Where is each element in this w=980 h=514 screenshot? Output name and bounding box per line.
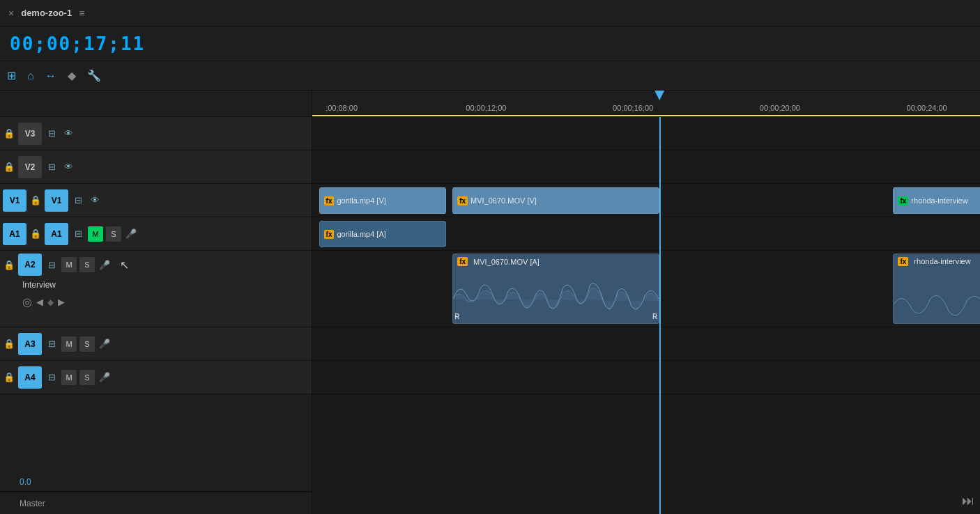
a2-knob-icon[interactable]: ◎ xyxy=(22,295,32,309)
a2-track-name: Interview xyxy=(22,280,56,290)
gorilla-a-fx-badge: fx xyxy=(324,230,335,239)
a4-record-icon[interactable]: 🎤 xyxy=(98,372,112,382)
clip-mvi-v[interactable]: fx MVI_0670.MOV [V] xyxy=(452,187,659,214)
track-lane-v2 xyxy=(312,150,980,184)
cursor-indicator: ↖ xyxy=(120,258,129,272)
track-headers: 🔒 V3 ⊟ 👁 🔒 V2 ⊟ 👁 V1 🔒 V1 ⊟ 👁 A1 🔒 A1 ⊟ … xyxy=(0,91,312,514)
toolbar: ⊞ ⌂ ↔ ◆ 🔧 xyxy=(0,61,980,91)
track-header-a1: A1 🔒 A1 ⊟ M S 🎤 xyxy=(0,217,312,251)
a3-label[interactable]: A3 xyxy=(18,333,42,355)
gorilla-v-fx-badge: fx xyxy=(324,196,335,205)
tracks-container: fx gorilla.mp4 [V] fx MVI_0670.MOV [V] f… xyxy=(312,117,980,514)
timecode-area: 00;00;17;11 xyxy=(0,26,980,61)
track-header-a3: 🔒 A3 ⊟ M S 🎤 xyxy=(0,327,312,361)
a2-keyframe-icon: ◆ xyxy=(47,297,54,307)
a3-s-button[interactable]: S xyxy=(79,336,95,352)
mvi-a-fx-badge: fx xyxy=(457,257,468,266)
rhonda-a-waveform xyxy=(894,285,980,323)
master-label: Master xyxy=(20,499,45,508)
clip-mvi-a[interactable]: fx MVI_0670.MOV [A] R R xyxy=(452,254,659,324)
a2-label[interactable]: A2 xyxy=(18,254,42,276)
track-header-a2: 🔒 A2 ⊟ M S 🎤 ↖ Interview ◎ ◀ ◆ ▶ xyxy=(0,251,312,327)
a2-record-icon[interactable]: 🎤 xyxy=(98,260,112,270)
v2-fit-icon[interactable]: ⊟ xyxy=(45,162,59,172)
v3-label[interactable]: V3 xyxy=(18,123,42,145)
v2-lock-icon[interactable]: 🔒 xyxy=(3,162,15,172)
volume-value: 0.0 xyxy=(0,477,31,487)
main-layout: 🔒 V3 ⊟ 👁 🔒 V2 ⊟ 👁 V1 🔒 V1 ⊟ 👁 A1 🔒 A1 ⊟ … xyxy=(0,91,980,514)
a4-label[interactable]: A4 xyxy=(18,366,42,389)
ripple-tool-icon[interactable]: ⌂ xyxy=(27,70,34,82)
a1-m-button[interactable]: M xyxy=(88,226,103,242)
wrench-tool-icon[interactable]: 🔧 xyxy=(87,69,101,82)
marker-tool-icon[interactable]: ◆ xyxy=(68,69,76,82)
track-lane-v1: fx gorilla.mp4 [V] fx MVI_0670.MOV [V] f… xyxy=(312,184,980,217)
v3-fit-icon[interactable]: ⊟ xyxy=(45,128,59,139)
a3-lock-icon[interactable]: 🔒 xyxy=(3,338,15,349)
rhonda-v-label: rhonda-interview xyxy=(911,196,967,205)
mvi-a-label: MVI_0670.MOV [A] xyxy=(473,258,539,266)
track-lane-a1: fx gorilla.mp4 [A] xyxy=(312,217,980,251)
mvi-v-label: MVI_0670.MOV [V] xyxy=(470,196,537,205)
ruler-label-8: ;00;08;00 xyxy=(326,104,358,112)
clip-rhonda-a[interactable]: fx rhonda-interview xyxy=(893,254,980,324)
track-lane-a2: fx MVI_0670.MOV [A] R R fx rhonda-interv… xyxy=(312,251,980,327)
track-lane-a3 xyxy=(312,327,980,361)
timeline-ruler: ;00;08;00 00;00;12;00 00;00;16;00 00;00;… xyxy=(312,91,980,117)
track-lane-a4 xyxy=(312,361,980,394)
a1-lock-icon[interactable]: 🔒 xyxy=(29,228,42,239)
clip-rhonda-v[interactable]: fx rhonda-interview xyxy=(893,187,980,214)
clip-gorilla-a[interactable]: fx gorilla.mp4 [A] xyxy=(319,221,446,247)
r-badge-left: R xyxy=(454,313,459,320)
rhonda-v-fx-badge: fx xyxy=(898,196,908,205)
playhead-top-marker xyxy=(654,91,664,100)
skip-to-end-button[interactable]: ⏭ xyxy=(962,494,974,508)
track-lane-v3 xyxy=(312,117,980,150)
gorilla-a-label: gorilla.mp4 [A] xyxy=(337,230,385,238)
a3-m-button[interactable]: M xyxy=(61,336,77,352)
hamburger-menu-icon[interactable]: ≡ xyxy=(79,8,84,19)
a1-record-icon[interactable]: 🎤 xyxy=(124,228,138,239)
a1-target-label[interactable]: A1 xyxy=(3,223,26,245)
a4-m-button[interactable]: M xyxy=(61,370,77,385)
a2-lock-icon[interactable]: 🔒 xyxy=(3,260,15,270)
ruler-label-16: 00;00;16;00 xyxy=(613,104,653,112)
a2-m-button[interactable]: M xyxy=(61,257,77,272)
v3-eye-icon[interactable]: 👁 xyxy=(61,128,75,139)
a2-right-arrow[interactable]: ▶ xyxy=(58,297,65,307)
project-title: demo-zoo-1 xyxy=(21,8,72,18)
gorilla-v-label: gorilla.mp4 [V] xyxy=(337,196,385,205)
v1-label[interactable]: V1 xyxy=(45,189,68,212)
a3-record-icon[interactable]: 🎤 xyxy=(98,338,112,349)
clip-gorilla-v[interactable]: fx gorilla.mp4 [V] xyxy=(319,187,446,214)
snap-tool-icon[interactable]: ⊞ xyxy=(7,69,16,82)
v3-lock-icon[interactable]: 🔒 xyxy=(3,128,15,139)
rhonda-a-label: rhonda-interview xyxy=(914,257,970,265)
top-bar: × demo-zoo-1 ≡ xyxy=(0,0,980,26)
a4-s-button[interactable]: S xyxy=(79,370,95,385)
a1-label[interactable]: A1 xyxy=(45,223,68,245)
v1-fit-icon[interactable]: ⊟ xyxy=(71,195,85,205)
timecode-display: 00;00;17;11 xyxy=(10,33,145,54)
a2-fit-icon[interactable]: ⊟ xyxy=(45,260,59,270)
a4-fit-icon[interactable]: ⊟ xyxy=(45,372,59,382)
timeline-area: ;00;08;00 00;00;12;00 00;00;16;00 00;00;… xyxy=(312,91,980,514)
a2-s-button[interactable]: S xyxy=(79,257,95,272)
v2-eye-icon[interactable]: 👁 xyxy=(61,162,75,172)
a4-lock-icon[interactable]: 🔒 xyxy=(3,372,15,382)
track-header-v3: 🔒 V3 ⊟ 👁 xyxy=(0,117,312,150)
v1-target-label[interactable]: V1 xyxy=(3,189,26,212)
ruler-label-24: 00;00;24;00 xyxy=(907,104,947,112)
track-header-v2: 🔒 V2 ⊟ 👁 xyxy=(0,150,312,184)
v2-label[interactable]: V2 xyxy=(18,156,42,178)
a3-fit-icon[interactable]: ⊟ xyxy=(45,338,59,349)
slip-tool-icon[interactable]: ↔ xyxy=(45,70,56,82)
close-button[interactable]: × xyxy=(8,8,14,19)
v1-lock-icon[interactable]: 🔒 xyxy=(29,195,42,205)
a1-s-button[interactable]: S xyxy=(106,226,121,242)
ruler-label-20: 00;00;20;00 xyxy=(760,104,800,112)
a1-fit-icon[interactable]: ⊟ xyxy=(71,228,85,239)
a2-left-arrow[interactable]: ◀ xyxy=(36,297,43,307)
track-lane-bottom xyxy=(312,394,980,395)
v1-eye-icon[interactable]: 👁 xyxy=(88,195,102,205)
